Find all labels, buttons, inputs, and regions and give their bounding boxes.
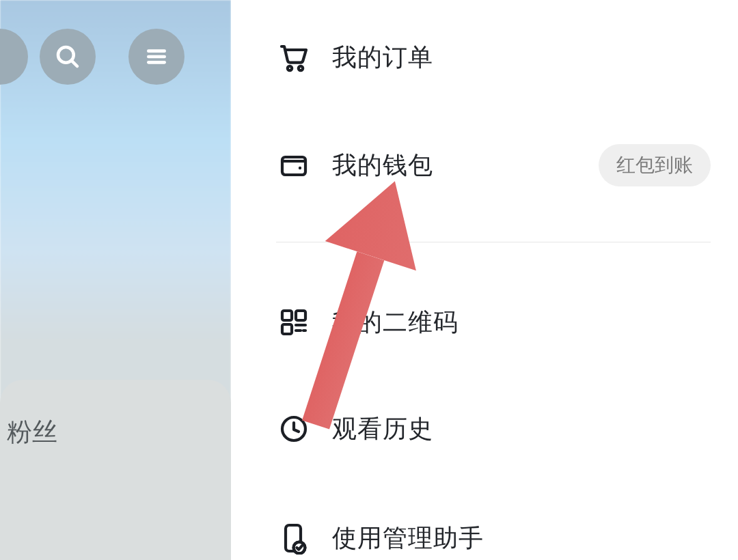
menu-item-helper[interactable]: 使用管理助手: [276, 516, 711, 560]
menu-item-label: 我的订单: [332, 41, 433, 74]
cart-icon: [276, 40, 312, 75]
wallet-icon: [276, 148, 312, 183]
wallet-badge: 红包到账: [599, 144, 711, 186]
side-drawer: 我的订单 我的钱包 红包到账: [231, 0, 738, 560]
qr-icon: [276, 305, 312, 340]
svg-rect-11: [282, 324, 292, 334]
menu-item-label: 我的钱包: [332, 149, 433, 182]
svg-rect-9: [282, 311, 292, 320]
profile-card: [0, 380, 231, 560]
svg-line-1: [72, 61, 77, 66]
menu-item-qr[interactable]: 我的二维码: [276, 300, 711, 344]
menu-item-label: 使用管理助手: [332, 522, 484, 555]
menu-item-orders[interactable]: 我的订单: [276, 36, 711, 79]
svg-point-6: [299, 66, 303, 70]
clock-icon: [276, 411, 312, 447]
menu-item-wallet[interactable]: 我的钱包 红包到账: [276, 143, 711, 187]
svg-rect-7: [282, 157, 305, 175]
screen: 粉丝 我的订单 我的钱包 红包到账: [0, 0, 738, 560]
separator: [276, 242, 711, 242]
svg-point-5: [288, 66, 292, 70]
svg-rect-10: [296, 311, 305, 320]
menu-item-label: 观看历史: [332, 412, 433, 446]
menu-icon: [143, 43, 170, 70]
menu-item-label: 我的二维码: [332, 306, 459, 339]
search-icon: [53, 42, 82, 71]
phone-check-icon: [276, 520, 312, 556]
menu-button[interactable]: [128, 29, 184, 85]
search-button[interactable]: [40, 29, 96, 85]
fans-label: 粉丝: [7, 415, 57, 449]
menu-item-history[interactable]: 观看历史: [276, 407, 711, 451]
svg-point-8: [299, 167, 301, 169]
